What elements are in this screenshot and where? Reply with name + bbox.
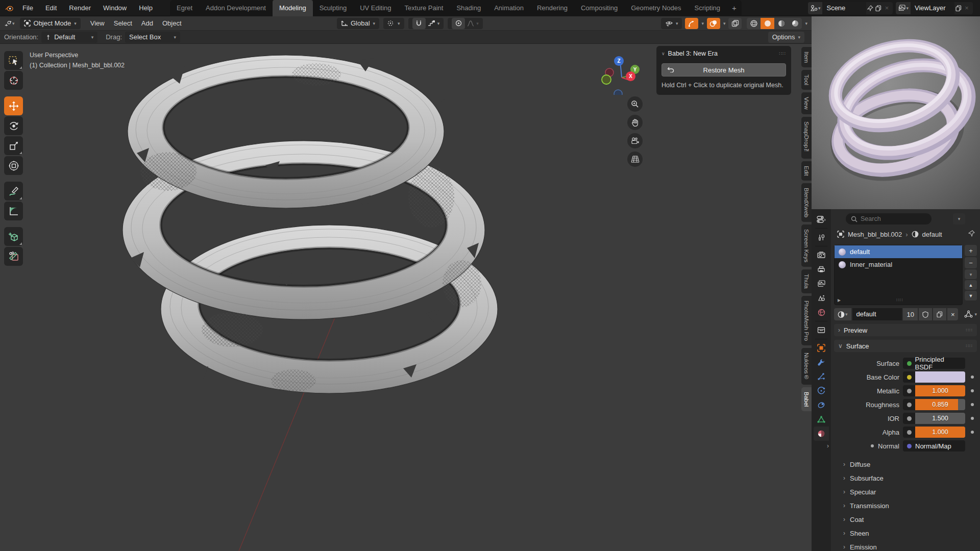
mode-dropdown[interactable]: Object Mode ▾ (20, 18, 81, 29)
xray-toggle[interactable] (728, 18, 742, 29)
preview-panel-header[interactable]: › Preview ∷∷ (834, 324, 977, 336)
keyframe-dot[interactable] (971, 389, 974, 392)
surface-shader-value[interactable]: Principled BSDF (903, 358, 965, 369)
properties-tab-material[interactable] (814, 427, 829, 441)
orientation-setting-dropdown[interactable]: Default ▾ (41, 32, 97, 43)
gizmo-z-axis[interactable]: Z (614, 56, 624, 66)
pin-icon[interactable] (866, 4, 874, 12)
keyframe-dot[interactable] (971, 431, 974, 434)
section-diffuse[interactable]: › Diffuse (834, 458, 977, 470)
workspace-tab-animation[interactable]: Animation (487, 0, 530, 16)
normal-value[interactable]: Normal/Map (903, 440, 965, 452)
zoom-view-button[interactable] (627, 96, 643, 112)
coil-mesh-object[interactable] (0, 44, 812, 551)
new-material-copy-button[interactable] (933, 308, 946, 320)
alpha-input-button[interactable] (903, 427, 915, 438)
properties-tab-viewlayer[interactable] (814, 277, 829, 291)
new-viewlayer-copy-icon[interactable] (954, 4, 963, 12)
properties-tab-collection[interactable] (814, 323, 829, 337)
editor-type-selector[interactable] (814, 212, 829, 227)
move-tool[interactable] (4, 96, 23, 115)
material-specials-button[interactable]: ▾ (965, 269, 977, 279)
workspace-tab-geometry-nodes[interactable]: Geometry Nodes (624, 0, 688, 16)
surface-panel-header[interactable]: ∨ Surface ∷∷ (834, 340, 977, 352)
fake-user-button[interactable] (919, 308, 932, 320)
sidebar-tab-babel[interactable]: Babel (801, 387, 812, 411)
menu-view[interactable]: View (86, 19, 109, 27)
rotate-tool[interactable] (4, 116, 23, 135)
alpha-slider[interactable]: 1.000 (915, 427, 965, 438)
properties-tab-output[interactable] (814, 262, 829, 277)
chevron-down-icon[interactable]: ▾ (701, 21, 704, 26)
sidebar-tab-blendxweb[interactable]: BlendXweb (801, 183, 812, 222)
panel-collapse-icon[interactable]: ∨ (662, 51, 665, 56)
unlink-material-button[interactable]: × (947, 308, 959, 320)
keyframe-dot[interactable] (971, 417, 974, 420)
browse-material-button[interactable]: ▾ (834, 308, 851, 320)
ortho-grid-button[interactable] (627, 152, 643, 167)
scene-name[interactable]: Scene (822, 2, 866, 14)
transform-tool[interactable] (4, 156, 23, 175)
pan-view-button[interactable] (627, 115, 643, 130)
breadcrumb-material[interactable]: default (922, 231, 942, 238)
snap-toggle[interactable] (412, 18, 426, 29)
add-material-slot-button[interactable]: + (965, 245, 977, 256)
viewlayer-browse-button[interactable]: ▾ (896, 2, 911, 14)
transform-orientation-dropdown[interactable]: Global ▾ (337, 18, 379, 29)
workspace-tab-shading[interactable]: Shading (450, 0, 487, 16)
annotate-tool[interactable] (4, 182, 23, 201)
material-name-field[interactable]: default (852, 308, 902, 320)
menu-render[interactable]: Render (63, 0, 97, 16)
gizmo-x-axis[interactable]: X (626, 71, 635, 81)
show-gizmo-toggle[interactable] (685, 18, 698, 29)
camera-view-button[interactable] (627, 133, 643, 148)
properties-tab-tool[interactable] (814, 230, 829, 244)
keyframe-dot[interactable] (971, 403, 974, 406)
viewlayer-name[interactable]: ViewLayer (911, 2, 954, 14)
properties-tab-physics[interactable] (814, 384, 829, 398)
material-users-count[interactable]: 10 (903, 308, 917, 320)
sidebar-tab-screen-keys[interactable]: Screen Keys (801, 224, 812, 267)
panel-drag-grip[interactable]: ∷∷ (779, 51, 786, 56)
move-slot-down-button[interactable]: ▼ (965, 291, 977, 300)
menu-add[interactable]: Add (137, 19, 158, 27)
menu-object[interactable]: Object (158, 19, 186, 27)
list-filter-expand-icon[interactable]: ▸ (838, 296, 841, 304)
properties-tab-constraints[interactable] (814, 398, 829, 412)
workspace-tab-uv-editing[interactable]: UV Editing (353, 0, 398, 16)
menu-select[interactable]: Select (109, 19, 137, 27)
section-emission[interactable]: › Emission (834, 541, 977, 551)
select-box-tool[interactable] (4, 51, 23, 70)
properties-tab-render[interactable] (814, 248, 829, 262)
section-subsurface[interactable]: › Subsurface (834, 472, 977, 484)
sidebar-tab-thula[interactable]: Thula (801, 269, 812, 293)
scene-browse-button[interactable]: ▾ (808, 2, 823, 14)
navigation-gizmo[interactable] (601, 49, 647, 95)
section-sheen[interactable]: › Sheen (834, 527, 977, 539)
sidebar-tab-photomesh-pro[interactable]: PhotoMesh Pro (801, 296, 812, 345)
shading-wireframe-button[interactable] (747, 18, 761, 29)
properties-tab-world[interactable] (814, 305, 829, 319)
section-coat[interactable]: › Coat (834, 513, 977, 525)
measure-tool[interactable] (4, 202, 23, 220)
properties-tab-scene[interactable] (814, 291, 829, 305)
3d-viewport[interactable]: User Perspective (1) Collection | Mesh_b… (0, 44, 812, 551)
sidebar-tab-tool[interactable]: Tool (801, 70, 812, 90)
proportional-editing-toggle[interactable] (452, 18, 465, 29)
properties-tab-particles[interactable] (814, 369, 829, 384)
visibility-group[interactable]: ▾ (661, 18, 682, 29)
pivot-point-dropdown[interactable]: ▾ (383, 18, 404, 29)
panel-drag-grip[interactable]: ∷∷ (966, 343, 973, 348)
chevron-down-icon[interactable]: ▾ (805, 21, 807, 26)
shading-rendered-button[interactable] (788, 18, 802, 29)
expand-normal-icon[interactable]: › (827, 442, 829, 449)
keyframe-dot[interactable] (871, 444, 874, 447)
ior-slider[interactable]: 1.500 (915, 413, 965, 424)
drag-setting-dropdown[interactable]: Select Box ▾ (125, 32, 180, 43)
shading-material-preview-button[interactable] (774, 18, 788, 29)
cut-plane-tool[interactable] (4, 247, 23, 266)
workspace-tab-texture-paint[interactable]: Texture Paint (398, 0, 450, 16)
workspace-tab-scripting[interactable]: Scripting (688, 0, 727, 16)
options-dropdown[interactable]: Options ▾ (768, 32, 804, 43)
workspace-tab-addon-development[interactable]: Addon Development (199, 0, 273, 16)
